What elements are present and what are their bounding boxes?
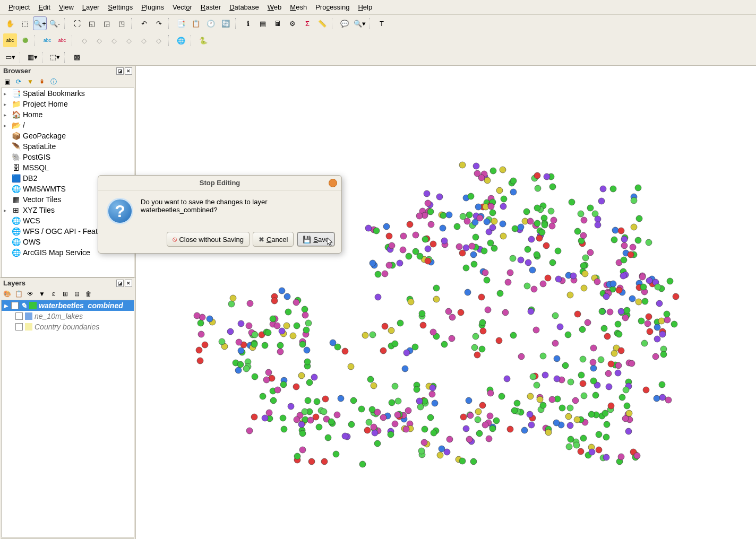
- zoom-last-icon[interactable]: ↶: [137, 16, 151, 30]
- metasearch-icon[interactable]: 🌐: [174, 33, 188, 47]
- filter-browser-icon[interactable]: ▼: [25, 77, 35, 86]
- panel-close-icon[interactable]: ✕: [125, 280, 132, 287]
- cancel-button[interactable]: ✖ Cancel: [253, 232, 294, 247]
- refresh-browser-icon[interactable]: ⟳: [14, 77, 23, 86]
- browser-item[interactable]: ▸🏠Home: [2, 109, 134, 120]
- menu-web[interactable]: Web: [263, 2, 286, 13]
- properties-icon[interactable]: ⓘ: [49, 77, 58, 86]
- svg-point-400: [364, 427, 371, 433]
- remove-layer-icon[interactable]: 🗑: [84, 289, 93, 299]
- svg-point-593: [618, 454, 624, 460]
- svg-point-83: [299, 430, 306, 437]
- layer-checkbox[interactable]: [15, 323, 23, 331]
- svg-point-295: [624, 403, 630, 409]
- expand-all-icon[interactable]: ⊞: [61, 289, 70, 299]
- layer-row[interactable]: ▸✓✎waterbeetles_combined: [2, 300, 134, 311]
- panel-undock-icon[interactable]: ◪: [116, 67, 124, 75]
- panel-close-icon[interactable]: ✕: [125, 67, 132, 75]
- map-canvas[interactable]: [136, 66, 756, 539]
- browser-item[interactable]: ▸📂/: [2, 120, 134, 131]
- browser-item[interactable]: ▸📁Project Home: [2, 99, 134, 109]
- pan-icon[interactable]: ✋: [3, 16, 17, 30]
- zoom-selection-icon[interactable]: ◱: [85, 16, 99, 30]
- text-annotation-icon[interactable]: T: [375, 16, 389, 30]
- filter-legend-icon[interactable]: ▼: [37, 289, 47, 299]
- label-tool-1-icon[interactable]: abc: [40, 33, 54, 47]
- layers-tree[interactable]: ▸✓✎waterbeetles_combinedne_10m_lakesCoun…: [1, 300, 134, 537]
- zoom-out-icon[interactable]: 🔍-: [48, 16, 62, 30]
- layer-row[interactable]: Country boundaries: [2, 321, 134, 332]
- select-rect-icon[interactable]: ▭▾: [3, 50, 17, 64]
- layer-checkbox[interactable]: [15, 312, 23, 320]
- python-icon[interactable]: 🐍: [196, 33, 210, 47]
- panel-undock-icon[interactable]: ◪: [116, 280, 124, 287]
- menu-plugins[interactable]: Plugins: [137, 2, 168, 13]
- menu-database[interactable]: Database: [225, 2, 263, 13]
- stats-icon[interactable]: Σ: [300, 16, 314, 30]
- layer-row[interactable]: ne_10m_lakes: [2, 311, 134, 321]
- menu-processing[interactable]: Processing: [311, 2, 354, 13]
- browser-item[interactable]: ▸📑Spatial Bookmarks: [2, 88, 134, 99]
- pan-to-selection-icon[interactable]: ⬚: [18, 16, 32, 30]
- svg-point-139: [303, 327, 310, 333]
- select-all-icon[interactable]: ▩: [70, 50, 84, 64]
- label-tool-2-icon[interactable]: abc: [55, 33, 69, 47]
- deselect-icon[interactable]: ⬚▾: [48, 50, 62, 64]
- svg-point-155: [380, 347, 386, 354]
- menu-help[interactable]: Help: [354, 2, 376, 13]
- zoom-layer-icon[interactable]: ◲: [100, 16, 114, 30]
- svg-point-560: [629, 295, 635, 302]
- menu-project[interactable]: Project: [4, 2, 34, 13]
- collapse-all-icon[interactable]: ⊟: [72, 289, 82, 299]
- new-bookmark-icon[interactable]: 📑: [174, 16, 188, 30]
- zoom-next-icon[interactable]: ↷: [152, 16, 166, 30]
- browser-item[interactable]: 🗄MSSQL: [2, 162, 134, 173]
- menu-vector[interactable]: Vector: [168, 2, 196, 13]
- menu-settings[interactable]: Settings: [104, 2, 137, 13]
- svg-point-151: [388, 327, 394, 334]
- dialog-titlebar[interactable]: Stop Editing: [98, 176, 341, 190]
- browser-item[interactable]: 🪶SpatiaLite: [2, 141, 134, 152]
- label-abc-yellow-icon[interactable]: abc: [3, 33, 17, 47]
- map-tips-icon[interactable]: 💬: [338, 16, 351, 30]
- temporal-icon[interactable]: 🕐: [204, 16, 218, 30]
- layer-checkbox[interactable]: ✓: [11, 302, 19, 309]
- annotation-icon[interactable]: 🔍▾: [353, 16, 366, 30]
- style-icon[interactable]: 🎨: [2, 289, 12, 299]
- svg-point-255: [533, 327, 539, 333]
- visibility-icon[interactable]: 👁: [25, 289, 35, 299]
- save-button[interactable]: 💾 Save: [297, 232, 335, 247]
- svg-point-423: [534, 220, 540, 227]
- zoom-full-icon[interactable]: ⛶: [70, 16, 84, 30]
- menu-view[interactable]: View: [55, 2, 78, 13]
- svg-point-553: [580, 232, 587, 239]
- close-without-saving-button[interactable]: ⦸ Close without Saving: [167, 232, 249, 247]
- select-value-icon[interactable]: ▦▾: [25, 50, 39, 64]
- menu-edit[interactable]: Edit: [34, 2, 54, 13]
- label-abc-green-icon[interactable]: 🟢: [18, 33, 32, 47]
- menu-mesh[interactable]: Mesh: [286, 2, 311, 13]
- browser-item[interactable]: 📦GeoPackage: [2, 131, 134, 141]
- svg-point-510: [397, 260, 403, 266]
- expression-filter-icon[interactable]: ε: [49, 289, 58, 299]
- add-layer-icon[interactable]: ▣: [2, 77, 12, 86]
- dialog-close-icon[interactable]: [329, 179, 337, 187]
- zoom-native-icon[interactable]: ◳: [115, 16, 128, 30]
- svg-point-136: [304, 359, 311, 365]
- identify-icon[interactable]: ℹ: [241, 16, 255, 30]
- add-group-icon[interactable]: 📋: [14, 289, 23, 299]
- svg-point-587: [659, 331, 666, 337]
- measure-icon[interactable]: 📏: [315, 16, 329, 30]
- browser-item[interactable]: 🐘PostGIS: [2, 152, 134, 162]
- attribute-table-icon[interactable]: ▤: [256, 16, 270, 30]
- svg-point-469: [490, 168, 496, 174]
- svg-point-610: [622, 415, 629, 422]
- show-bookmarks-icon[interactable]: 📋: [189, 16, 203, 30]
- refresh-icon[interactable]: 🔄: [219, 16, 233, 30]
- field-calc-icon[interactable]: 🖩: [271, 16, 285, 30]
- collapse-all-icon[interactable]: ⇞: [37, 77, 47, 86]
- menu-raster[interactable]: Raster: [196, 2, 225, 13]
- menu-layer[interactable]: Layer: [78, 2, 104, 13]
- toolbox-icon[interactable]: ⚙: [286, 16, 299, 30]
- zoom-in-icon[interactable]: 🔍+: [33, 16, 47, 30]
